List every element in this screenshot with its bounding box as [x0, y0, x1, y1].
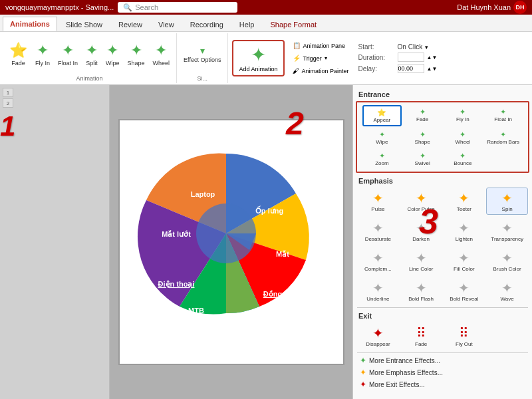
- number-label-3: 3: [419, 201, 438, 241]
- slide-panel: 1 2: [0, 85, 110, 399]
- number-label-1: 1: [0, 110, 15, 142]
- anim-btn-floatin[interactable]: ✦Float In: [55, 41, 80, 68]
- tab-shape-format[interactable]: Shape Format: [263, 17, 324, 31]
- start-label: Start:: [358, 43, 395, 51]
- ribbon-tabs: Animations Slide Show Review View Record…: [0, 15, 532, 32]
- anim-exit-3[interactable]: ⠿ Fly Out: [444, 323, 485, 350]
- anim-underline[interactable]: ✦ Underline: [357, 277, 399, 305]
- anim-wipe[interactable]: ✦ Wipe: [362, 128, 402, 148]
- start-dropdown[interactable]: ▾: [425, 44, 428, 51]
- anim-wave[interactable]: ✦ Wave: [486, 277, 528, 305]
- more-exit-icon: ✦: [360, 380, 366, 389]
- tab-view[interactable]: View: [151, 17, 182, 31]
- anim-floatin[interactable]: ✦ Float In: [483, 105, 523, 126]
- more-emphasis-label: More Emphasis Effects...: [369, 369, 443, 376]
- bounce-icon: ✦: [460, 152, 466, 160]
- anim-btn-flyin[interactable]: ✦Fly In: [33, 41, 53, 68]
- anim-swivel[interactable]: ✦ Swivel: [403, 149, 442, 169]
- anim-fade[interactable]: ✦ Fade: [403, 105, 442, 126]
- anim-shape[interactable]: ✦ Shape: [403, 128, 442, 148]
- anim-complement[interactable]: ✦ Complem...: [357, 247, 399, 275]
- anim-boldflash[interactable]: ✦ Bold Flash: [400, 277, 442, 305]
- wave-icon: ✦: [501, 280, 513, 296]
- anim-exit-1[interactable]: ✦ Disappear: [357, 323, 399, 350]
- anim-exit-2[interactable]: ⠿ Fade: [400, 323, 442, 350]
- anim-btn-wipe[interactable]: ✦Wipe: [103, 41, 122, 68]
- anim-teeter[interactable]: ✦ Teeter: [444, 188, 485, 215]
- anim-lighten[interactable]: ✦ Lighten: [444, 217, 485, 245]
- emphasis-grid-3: ✦ Complem... ✦ Line Color ✦ Fill Color ✦…: [353, 246, 532, 276]
- effect-options-btn[interactable]: ▾Effect Options: [181, 44, 223, 65]
- tab-recording[interactable]: Recording: [183, 17, 231, 31]
- anim-fillcolor[interactable]: ✦ Fill Color: [444, 247, 485, 275]
- anim-zoom[interactable]: ✦ Zoom: [362, 149, 402, 169]
- more-entrance-effects[interactable]: ✦ More Entrance Effects...: [353, 354, 532, 366]
- more-entrance-icon: ✦: [360, 356, 366, 365]
- anim-appear[interactable]: ⭐ Appear: [362, 105, 402, 126]
- ribbon-group-options: ▾Effect Options Si...: [177, 33, 228, 83]
- lighten-icon: ✦: [458, 220, 469, 236]
- svg-text:Ốp lưng: Ốp lưng: [255, 205, 283, 215]
- desaturate-icon: ✦: [372, 220, 384, 236]
- more-exit-effects[interactable]: ✦ More Exit Effects...: [353, 378, 532, 390]
- search-box[interactable]: 🔍 Search: [118, 2, 237, 13]
- pie-chart: Laptop Ốp lưng Mắt lướt Mắt Điện thoại Đ…: [126, 127, 326, 340]
- anim-wheel[interactable]: ✦ Wheel: [444, 128, 483, 148]
- main-area: 1 2 3 1 2: [0, 85, 532, 399]
- tab-review[interactable]: Review: [111, 17, 150, 31]
- delay-spin[interactable]: ▲▼: [427, 66, 438, 72]
- complement-icon: ✦: [372, 250, 384, 266]
- add-animation-section: ✦ Add Animation 📋 Animation Pane ⚡ Trigg…: [228, 33, 442, 83]
- delay-input[interactable]: [398, 64, 424, 73]
- animation-painter-btn[interactable]: 🖌 Animation Painter: [290, 66, 352, 76]
- wipe-icon: ✦: [379, 130, 385, 139]
- exit-section-label: Exit: [353, 309, 532, 321]
- emphasis-label: Emphasis: [353, 174, 532, 186]
- more-exit-label: More Exit Effects...: [369, 381, 425, 388]
- anim-btn-shape[interactable]: ✦Shape: [125, 41, 148, 68]
- ribbon: ⭐Fade ✦Fly In ✦Float In ✦Split ✦Wipe ✦Sh…: [0, 32, 532, 85]
- anim-randombars[interactable]: ✦ Random Bars: [483, 128, 523, 148]
- duration-input[interactable]: [398, 53, 424, 62]
- add-animation-button[interactable]: ✦ Add Animation: [232, 40, 284, 76]
- anim-boldreveal[interactable]: ✦ Bold Reveal: [444, 277, 485, 305]
- anim-btn-wheel[interactable]: ✦Wheel: [150, 41, 173, 68]
- ribbon-group-animations: ⭐Fade ✦Fly In ✦Float In ✦Split ✦Wipe ✦Sh…: [3, 33, 177, 83]
- anim-flyin[interactable]: ✦ Fly In: [444, 105, 483, 126]
- anim-btn-fade[interactable]: ⭐Fade: [7, 41, 30, 68]
- svg-text:MTB: MTB: [188, 307, 204, 315]
- search-icon: 🔍: [123, 3, 132, 12]
- exit1-icon: ✦: [372, 325, 384, 341]
- anim-bounce[interactable]: ✦ Bounce: [444, 149, 483, 169]
- more-emphasis-effects[interactable]: ✦ More Emphasis Effects...: [353, 366, 532, 378]
- more-emphasis-icon: ✦: [360, 368, 366, 377]
- tab-animations[interactable]: Animations: [3, 17, 57, 31]
- emphasis-grid-4: ✦ Underline ✦ Bold Flash ✦ Bold Reveal ✦…: [353, 276, 532, 306]
- tab-slideshow[interactable]: Slide Show: [59, 17, 110, 31]
- anim-transparency[interactable]: ✦ Transparency: [486, 217, 528, 245]
- delay-label: Delay:: [358, 65, 395, 72]
- slide-thumb-2[interactable]: 2: [3, 98, 13, 108]
- svg-text:Điện thoại: Điện thoại: [158, 280, 194, 289]
- canvas-area: Laptop Ốp lưng Mắt lướt Mắt Điện thoại Đ…: [110, 85, 352, 399]
- svg-text:Đồng: Đồng: [263, 290, 281, 298]
- underline-icon: ✦: [372, 280, 384, 296]
- anim-spin[interactable]: ✦ Spin: [486, 188, 528, 215]
- anim-pulse[interactable]: ✦ Pulse: [357, 188, 399, 215]
- slide-thumb-1[interactable]: 1: [3, 88, 13, 97]
- boldreveal-icon: ✦: [458, 280, 469, 296]
- animation-pane-btn[interactable]: 📋 Animation Pane: [290, 41, 352, 51]
- anim-linecolor[interactable]: ✦ Line Color: [400, 247, 442, 275]
- animation-panel: Entrance ⭐ Appear ✦ Fade ✦ Fly In ✦: [352, 85, 532, 399]
- svg-text:Cáp sạc: Cáp sạc: [228, 315, 257, 323]
- trigger-btn[interactable]: ⚡ Trigger ▾: [290, 53, 352, 63]
- duration-label: Duration:: [358, 54, 395, 61]
- teeter-icon: ✦: [458, 190, 469, 206]
- emphasis-grid-2: ✦ Desaturate ✦ Darken ✦ Lighten ✦ Transp…: [353, 216, 532, 246]
- anim-btn-split[interactable]: ✦Split: [83, 41, 100, 68]
- tab-help[interactable]: Help: [232, 17, 262, 31]
- anim-brushcolor[interactable]: ✦ Brush Color: [486, 247, 528, 275]
- shape-icon: ✦: [420, 130, 426, 139]
- anim-desaturate[interactable]: ✦ Desaturate: [357, 217, 399, 245]
- duration-spin[interactable]: ▲▼: [427, 55, 438, 61]
